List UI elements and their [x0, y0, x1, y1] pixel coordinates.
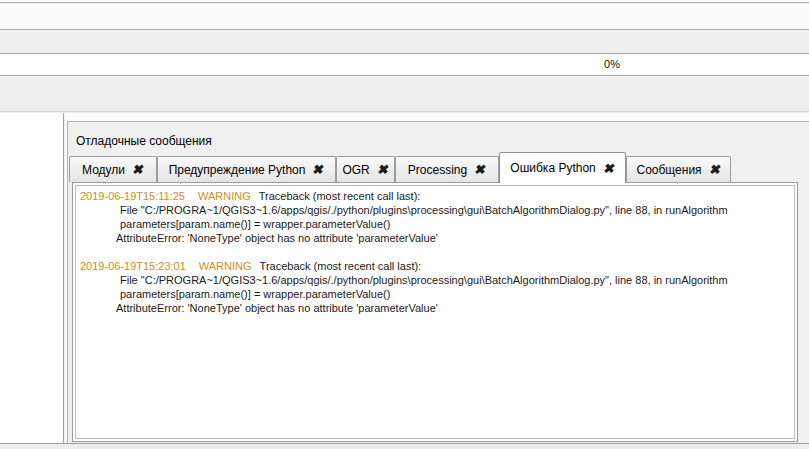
- tab-close-icon[interactable]: ✖: [132, 163, 146, 176]
- log-traceback-line: parameters[param.name()] = wrapper.param…: [80, 217, 790, 231]
- log-traceback-line: parameters[param.name()] = wrapper.param…: [80, 287, 790, 301]
- tab-close-icon[interactable]: ✖: [708, 163, 722, 176]
- tab-messages[interactable]: Сообщения ✖: [626, 156, 731, 182]
- log-traceback-line: File "C:/PROGRA~1/QGIS3~1.6/apps/qgis/./…: [80, 203, 790, 217]
- log-entry-header: 2019-06-19T15:11:25WARNINGTraceback (mos…: [80, 189, 790, 203]
- log-timestamp: 2019-06-19T15:23:01: [80, 260, 186, 272]
- tab-label: Ошибка Python: [510, 161, 595, 175]
- tab-close-icon[interactable]: ✖: [602, 162, 616, 175]
- log-view[interactable]: 2019-06-19T15:11:25WARNINGTraceback (mos…: [75, 185, 795, 439]
- tab-close-icon[interactable]: ✖: [474, 163, 488, 176]
- tab-ogr[interactable]: OGR ✖: [336, 156, 395, 182]
- left-panel: [0, 113, 64, 443]
- tab-bar: Модули ✖ Предупреждение Python ✖ OGR ✖ P…: [69, 152, 731, 182]
- window-top-edge: [0, 0, 809, 3]
- empty-table-row: [0, 4, 809, 30]
- panel-title: Отладочные сообщения: [76, 134, 212, 148]
- tab-label: Предупреждение Python: [169, 163, 306, 177]
- tab-processing[interactable]: Processing ✖: [395, 156, 499, 182]
- log-traceback-line: AttributeError: 'NoneType' object has no…: [80, 301, 790, 315]
- log-timestamp: 2019-06-19T15:11:25: [80, 190, 185, 202]
- log-entry-header: 2019-06-19T15:23:01WARNINGTraceback (mos…: [80, 259, 790, 273]
- log-traceback-line: File "C:/PROGRA~1/QGIS3~1.6/apps/qgis/./…: [80, 273, 790, 287]
- dialog-body: Отладочные сообщения Модули ✖ Предупрежд…: [0, 113, 809, 443]
- tab-pane: 2019-06-19T15:11:25WARNINGTraceback (mos…: [72, 182, 798, 442]
- log-panel-area: Отладочные сообщения Модули ✖ Предупрежд…: [65, 113, 809, 443]
- tab-python-warning[interactable]: Предупреждение Python ✖: [157, 156, 336, 182]
- tab-moduli[interactable]: Модули ✖: [69, 156, 157, 182]
- log-message: Traceback (most recent call last):: [260, 260, 422, 272]
- log-level: WARNING: [198, 190, 251, 202]
- log-frame: Отладочные сообщения Модули ✖ Предупрежд…: [67, 121, 809, 443]
- tab-close-icon[interactable]: ✖: [376, 163, 390, 176]
- buttonbox-row: [0, 77, 809, 112]
- tab-close-icon[interactable]: ✖: [312, 163, 326, 176]
- progress-bar: 0%: [0, 55, 809, 76]
- qgis-batch-dialog: 0% Отладочные сообщения Модули ✖ Предупр…: [0, 0, 809, 449]
- log-message: Traceback (most recent call last):: [259, 190, 421, 202]
- log-level: WARNING: [199, 260, 252, 272]
- tab-label: Сообщения: [636, 163, 701, 177]
- tab-label: OGR: [342, 163, 369, 177]
- progress-label: 0%: [598, 58, 626, 70]
- log-traceback-line: AttributeError: 'NoneType' object has no…: [80, 231, 790, 245]
- bottom-edge: [0, 443, 809, 449]
- toolbar-row: [0, 31, 809, 54]
- tab-label: Processing: [408, 163, 467, 177]
- log-entry: 2019-06-19T15:11:25WARNINGTraceback (mos…: [80, 189, 790, 245]
- log-entry: 2019-06-19T15:23:01WARNINGTraceback (mos…: [80, 259, 790, 315]
- tab-python-error[interactable]: Ошибка Python ✖: [499, 152, 626, 183]
- tab-label: Модули: [82, 163, 125, 177]
